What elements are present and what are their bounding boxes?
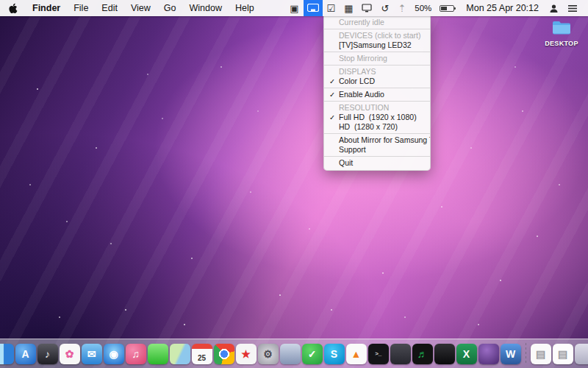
- dock-icon-trash[interactable]: [575, 344, 588, 364]
- menu-item-color-lcd[interactable]: ✓Color LCD: [324, 77, 430, 86]
- menu-item-displays: DISPLAYS: [324, 67, 430, 77]
- dock-icon-document-2[interactable]: ▤: [553, 344, 573, 364]
- menu-item-devices-click-to-start: DEVICES (click to start): [324, 31, 430, 40]
- dock-icon-dark-app[interactable]: [390, 344, 411, 364]
- menu-item-hd-1280-x-720[interactable]: HD (1280 x 720): [324, 122, 430, 132]
- menu-item-label: Full HD (1920 x 1080): [339, 113, 417, 121]
- menu-separator: [324, 29, 430, 29]
- dock-icon-word[interactable]: W: [501, 344, 521, 364]
- battery-glyph: [440, 5, 454, 12]
- menu-separator: [324, 133, 430, 134]
- dock-icon-purple-app[interactable]: [478, 344, 499, 364]
- menu-item-enable-audio[interactable]: ✓Enable Audio: [324, 90, 430, 99]
- menu-item-resolution: RESOLUTION: [324, 103, 430, 113]
- display-icon[interactable]: [357, 0, 376, 16]
- unknown-app-icon[interactable]: ▣: [285, 0, 303, 16]
- menu-item-tv-samsung-led32[interactable]: [TV]Samsung LED32: [324, 40, 430, 50]
- apple-menu-icon[interactable]: [0, 0, 26, 16]
- dock-icon-blue-gray-app[interactable]: [280, 344, 301, 364]
- dock-icon-green-app[interactable]: ✓: [302, 344, 323, 364]
- menu-item-view[interactable]: View: [124, 0, 157, 16]
- menu-item-finder[interactable]: Finder: [26, 0, 67, 16]
- dock-icon-mail[interactable]: ✉: [82, 344, 102, 364]
- menu-item-label: Color LCD: [339, 77, 375, 85]
- dock-divider: [526, 343, 526, 365]
- menu-item-go[interactable]: Go: [157, 0, 183, 16]
- menu-separator: [324, 156, 430, 157]
- menu-item-file[interactable]: File: [67, 0, 95, 16]
- menu-item-label: Support: [339, 145, 366, 154]
- menu-item-label: RESOLUTION: [339, 103, 389, 112]
- menu-item-about-mirror-for-samsung-tv[interactable]: About Mirror for Samsung TV: [324, 135, 430, 145]
- menu-item-label: DEVICES (click to start): [339, 31, 420, 40]
- folder-icon: [552, 20, 571, 35]
- time-machine-icon[interactable]: ↺: [376, 0, 393, 16]
- dock-icon-chrome[interactable]: [214, 344, 234, 364]
- menu-separator: [324, 88, 430, 88]
- notification-center-icon[interactable]: [563, 0, 582, 16]
- checkmark-icon: ✓: [329, 90, 335, 99]
- dock-icon-excel[interactable]: X: [456, 344, 477, 364]
- menu-item-edit[interactable]: Edit: [95, 0, 124, 16]
- menu-item-label: Enable Audio: [339, 90, 384, 99]
- checkbox-app-icon[interactable]: ☑: [323, 0, 340, 16]
- user-icon[interactable]: [545, 0, 563, 16]
- dock-icon-terminal[interactable]: >_: [368, 344, 389, 364]
- battery-icon[interactable]: [434, 0, 460, 16]
- display-glyph: [362, 4, 372, 13]
- dock-icon-document-1[interactable]: ▤: [531, 344, 551, 364]
- upload-arrow-icon[interactable]: ⇡: [393, 0, 410, 16]
- menu-separator: [324, 65, 430, 66]
- dock: A♪✿✉◉♫25★⚙✓S▲>_♬XW▤▤: [0, 339, 588, 368]
- menu-item-label: [TV]Samsung LED32: [339, 40, 412, 49]
- menu-item-label: Quit: [339, 158, 353, 167]
- menu-item-label: About Mirror for Samsung TV: [339, 135, 430, 144]
- lines-glyph: [567, 4, 578, 13]
- dock-icon-system-preferences[interactable]: ⚙: [258, 344, 279, 364]
- menu-item-label: HD (1280 x 720): [339, 122, 398, 131]
- mirror-app-dropdown-menu: Currently idleDEVICES (click to start)[T…: [323, 16, 431, 171]
- dock-icon-messages[interactable]: [148, 344, 168, 364]
- dock-icon-black-app[interactable]: [434, 344, 455, 364]
- dock-icon-calendar[interactable]: 25: [192, 344, 212, 364]
- dock-icon-red-star-app[interactable]: ★: [236, 344, 257, 364]
- dock-icon-spotify[interactable]: ♬: [412, 344, 433, 364]
- dock-icon-music[interactable]: ♫: [126, 344, 146, 364]
- menu-bar-clock[interactable]: Mon 25 Apr 20:12: [460, 3, 545, 13]
- dock-icon-app-store[interactable]: A: [15, 344, 36, 364]
- menu-item-window[interactable]: Window: [182, 0, 228, 16]
- apple-logo-icon: [9, 3, 18, 14]
- menu-bar-status-area: ▣ ☑ ▦ ↺ ⇡ 50% Mon 25 Apr 20:12: [285, 0, 588, 16]
- screen-mirroring-icon[interactable]: [304, 0, 323, 16]
- dock-icon-safari[interactable]: ◉: [104, 344, 124, 364]
- menu-item-stop-mirroring: Stop Mirroring: [324, 54, 430, 63]
- dock-icon-skype[interactable]: S: [324, 344, 345, 364]
- menu-item-currently-idle: Currently idle: [324, 18, 430, 27]
- menu-item-label: Currently idle: [339, 18, 384, 26]
- dock-icon-maps[interactable]: [170, 344, 190, 364]
- menu-item-support[interactable]: Support: [324, 145, 430, 155]
- desktop-folder-label: DESKTOP: [541, 40, 582, 47]
- menu-bar: Finder File Edit View Go Window Help ▣ ☑…: [0, 0, 588, 16]
- dock-icon-photos[interactable]: ✿: [60, 344, 80, 364]
- menu-separator: [324, 101, 430, 102]
- desktop-folder[interactable]: DESKTOP: [541, 20, 582, 47]
- grid-app-icon[interactable]: ▦: [340, 0, 357, 16]
- dock-icon-vlc[interactable]: ▲: [346, 344, 367, 364]
- checkmark-icon: ✓: [329, 113, 335, 122]
- menu-bar-left: Finder File Edit View Go Window Help: [0, 0, 261, 16]
- user-glyph: [549, 4, 559, 13]
- menu-item-quit[interactable]: Quit: [324, 158, 430, 168]
- dock-icon-itunes[interactable]: ♪: [37, 344, 58, 364]
- menu-item-label: DISPLAYS: [339, 67, 376, 76]
- dock-icon-finder[interactable]: [0, 344, 14, 364]
- menu-item-full-hd-1920-x-1080[interactable]: ✓Full HD (1920 x 1080): [324, 113, 430, 122]
- battery-percentage: 50%: [410, 4, 434, 13]
- checkmark-icon: ✓: [329, 77, 335, 86]
- screen-mirroring-glyph: [307, 4, 319, 13]
- menu-item-help[interactable]: Help: [229, 0, 261, 16]
- menu-separator: [324, 52, 430, 52]
- menu-item-label: Stop Mirroring: [339, 54, 387, 63]
